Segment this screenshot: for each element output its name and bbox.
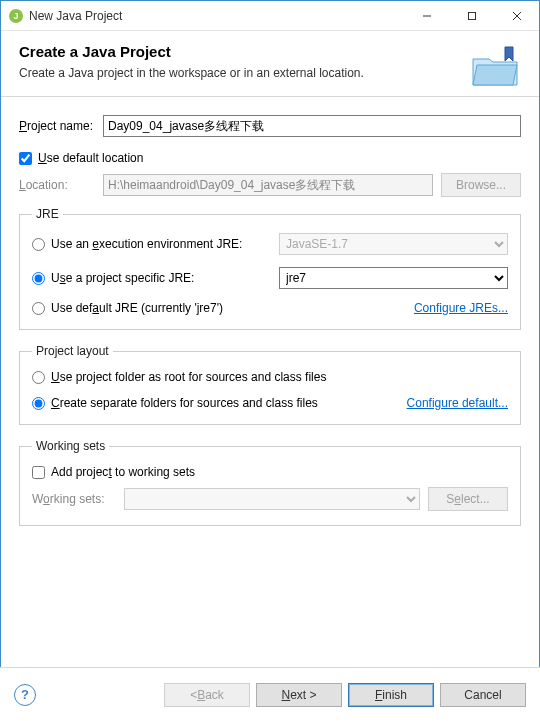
layout-root-label: Use project folder as root for sources a… xyxy=(51,370,326,384)
window-title: New Java Project xyxy=(29,9,404,23)
minimize-button[interactable] xyxy=(404,1,449,30)
working-sets-fieldset: Working sets Add project to working sets… xyxy=(19,439,521,526)
jre-exec-env-row: Use an execution environment JRE: JavaSE… xyxy=(32,233,508,255)
close-button[interactable] xyxy=(494,1,539,30)
help-button[interactable]: ? xyxy=(14,684,36,706)
jre-project-specific-row: Use a project specific JRE: jre7 xyxy=(32,267,508,289)
project-name-label: Project name: xyxy=(19,119,103,133)
back-button: < Back xyxy=(164,683,250,707)
layout-separate-row: Create separate folders for sources and … xyxy=(32,396,508,410)
svg-rect-1 xyxy=(468,12,475,19)
dialog-header: Create a Java Project Create a Java proj… xyxy=(1,31,539,97)
use-default-location-row: Use default location xyxy=(19,151,521,165)
dialog-title: Create a Java Project xyxy=(19,43,521,60)
add-working-sets-row: Add project to working sets xyxy=(32,465,508,479)
dialog-content: Project name: Use default location Locat… xyxy=(1,97,539,558)
working-sets-row: Working sets: Select... xyxy=(32,487,508,511)
browse-button: Browse... xyxy=(441,173,521,197)
window-controls xyxy=(404,1,539,30)
jre-default-label: Use default JRE (currently 'jre7') xyxy=(51,301,223,315)
finish-button[interactable]: Finish xyxy=(348,683,434,707)
location-label: Location: xyxy=(19,178,103,192)
add-working-sets-checkbox[interactable] xyxy=(32,466,45,479)
project-layout-legend: Project layout xyxy=(32,344,113,358)
next-button[interactable]: Next > xyxy=(256,683,342,707)
layout-root-row: Use project folder as root for sources a… xyxy=(32,370,508,384)
jre-exec-env-radio[interactable] xyxy=(32,238,45,251)
jre-legend: JRE xyxy=(32,207,63,221)
dialog-footer: ? < Back Next > Finish Cancel xyxy=(0,667,540,721)
use-default-location-checkbox[interactable] xyxy=(19,152,32,165)
jre-exec-env-select: JavaSE-1.7 xyxy=(279,233,508,255)
jre-exec-env-label: Use an execution environment JRE: xyxy=(51,237,279,251)
folder-icon xyxy=(469,45,521,92)
dialog-subtitle: Create a Java project in the workspace o… xyxy=(19,66,521,80)
jre-default-radio[interactable] xyxy=(32,302,45,315)
configure-default-link[interactable]: Configure default... xyxy=(407,396,508,410)
working-sets-legend: Working sets xyxy=(32,439,109,453)
cancel-button[interactable]: Cancel xyxy=(440,683,526,707)
use-default-location-label: Use default location xyxy=(38,151,143,165)
layout-root-radio[interactable] xyxy=(32,371,45,384)
jre-project-specific-radio[interactable] xyxy=(32,272,45,285)
project-layout-fieldset: Project layout Use project folder as roo… xyxy=(19,344,521,425)
app-icon: J xyxy=(9,9,23,23)
project-name-input[interactable] xyxy=(103,115,521,137)
jre-project-specific-select[interactable]: jre7 xyxy=(279,267,508,289)
titlebar: J New Java Project xyxy=(1,1,539,31)
jre-project-specific-label: Use a project specific JRE: xyxy=(51,271,279,285)
configure-jres-link[interactable]: Configure JREs... xyxy=(414,301,508,315)
location-input xyxy=(103,174,433,196)
project-name-row: Project name: xyxy=(19,115,521,137)
layout-separate-radio[interactable] xyxy=(32,397,45,410)
working-sets-select-button: Select... xyxy=(428,487,508,511)
layout-separate-label: Create separate folders for sources and … xyxy=(51,396,318,410)
maximize-button[interactable] xyxy=(449,1,494,30)
working-sets-select xyxy=(124,488,420,510)
jre-fieldset: JRE Use an execution environment JRE: Ja… xyxy=(19,207,521,330)
working-sets-label: Working sets: xyxy=(32,492,116,506)
add-working-sets-label: Add project to working sets xyxy=(51,465,195,479)
location-row: Location: Browse... xyxy=(19,173,521,197)
jre-default-row: Use default JRE (currently 'jre7') Confi… xyxy=(32,301,508,315)
